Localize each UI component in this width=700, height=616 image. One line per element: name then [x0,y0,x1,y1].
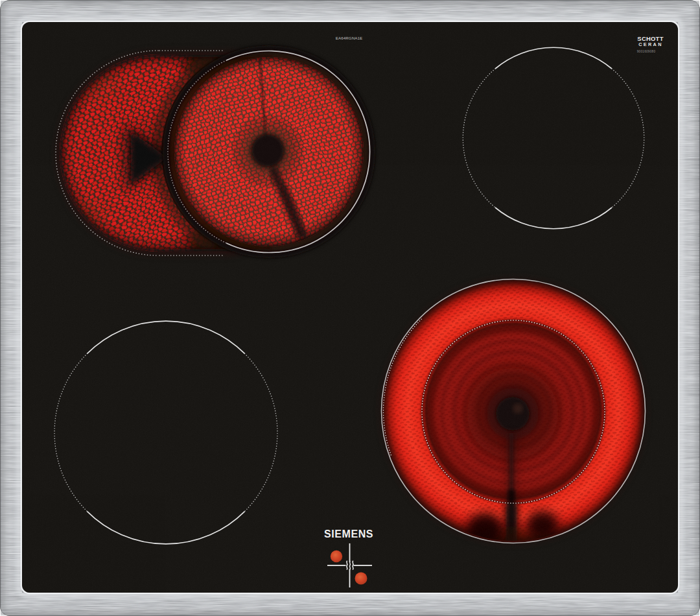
svg-text:9001609080: 9001609080 [637,50,656,53]
svg-text:SCHOTT: SCHOTT [637,35,663,42]
svg-text:SIEMENS: SIEMENS [324,528,373,539]
svg-text:CERAN: CERAN [638,41,663,47]
svg-text:EA64RGNA1E: EA64RGNA1E [336,36,363,40]
